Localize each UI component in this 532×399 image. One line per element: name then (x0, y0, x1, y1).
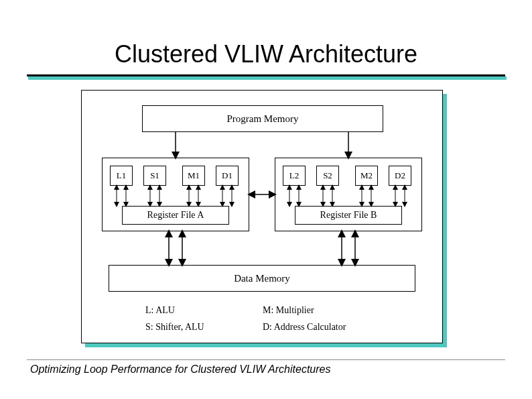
slide-title: Clustered VLIW Architecture (27, 40, 505, 68)
diagram-paper: Program Memory L1 S1 M1 D1 Register File… (81, 90, 443, 343)
diagram-arrows (82, 91, 444, 344)
slide: Clustered VLIW Architecture Program Memo… (0, 0, 532, 399)
footer-divider (27, 359, 505, 360)
footer-text: Optimizing Loop Performance for Clustere… (30, 363, 330, 376)
title-underline (27, 72, 505, 82)
architecture-diagram: Program Memory L1 S1 M1 D1 Register File… (85, 94, 447, 349)
